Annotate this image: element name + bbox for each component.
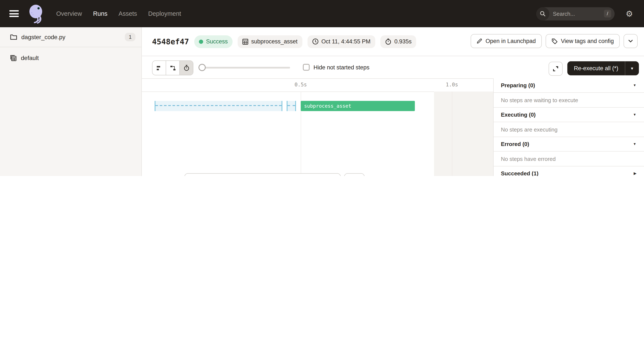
panel-section-errored[interactable]: Errored (0)▼ [494, 137, 644, 152]
job-icon [10, 55, 16, 61]
chevron-down-icon [628, 39, 633, 42]
triangle-down-icon: ▼ [633, 83, 636, 87]
settings-gear-icon[interactable]: ⚙ [626, 9, 633, 18]
step-status-panel: Preparing (0)▼ No steps are waiting to e… [493, 78, 644, 176]
success-dot-icon [199, 39, 203, 44]
panel-section-preparing[interactable]: Preparing (0)▼ [494, 78, 644, 93]
run-header: 4548ef47 Success subprocess_asset Oct 11… [152, 27, 416, 56]
timeline-tick-0: 0.5s [292, 82, 309, 88]
panel-empty-text: No steps have errored [494, 152, 644, 166]
hide-not-started-control: Hide not started steps [303, 64, 370, 71]
gantt-view-mode-group [152, 60, 193, 75]
top-nav: Overview Runs Assets Deployment / ⚙ [0, 0, 644, 27]
run-id: 4548ef47 [152, 37, 189, 46]
open-in-launchpad-button[interactable]: Open in Launchpad [471, 34, 542, 48]
tag-icon [552, 38, 558, 44]
gantt-zoom-slider-handle[interactable] [198, 64, 206, 71]
panel-section-executing[interactable]: Executing (0)▼ [494, 108, 644, 122]
gantt-waiting-segment [154, 101, 282, 111]
code-location-count-badge: 1 [125, 33, 136, 41]
triangle-down-icon: ▼ [633, 113, 636, 117]
panel-empty-text: No steps are executing [494, 122, 644, 137]
nav-item-overview[interactable]: Overview [56, 10, 82, 17]
gantt-step-bar[interactable]: subprocess_asset [301, 101, 415, 111]
stopwatch-icon [385, 38, 392, 45]
sidebar-item-default[interactable]: default [0, 51, 142, 64]
timeline-tick-1: 1.0s [444, 82, 460, 88]
triangle-down-icon: ▼ [633, 142, 636, 146]
timestamp-pill: Oct 11, 4:44:55 PM [307, 35, 375, 48]
sidebar-code-location-header[interactable]: dagster_code.py 1 [0, 27, 142, 47]
status-badge: Success [194, 35, 232, 48]
search-icon [536, 7, 550, 20]
duration-pill: 0.935s [380, 35, 416, 48]
reexecute-caret-icon[interactable]: ▼ [625, 66, 639, 70]
duration-view-button[interactable] [180, 61, 193, 75]
primary-nav: Overview Runs Assets Deployment [56, 10, 181, 17]
waterfall-view-button[interactable] [166, 61, 180, 75]
gantt-fullscreen-button[interactable] [548, 62, 563, 76]
search-shortcut-badge: / [604, 10, 611, 17]
gridline [452, 91, 452, 176]
search-box[interactable]: / [536, 7, 614, 20]
flat-view-button[interactable] [152, 61, 166, 75]
nav-item-runs[interactable]: Runs [93, 10, 108, 17]
asset-tag-pill[interactable]: subprocess_asset [238, 35, 302, 48]
reexecute-all-label: Re-execute all (*) [567, 65, 625, 71]
dagster-run-page: Overview Runs Assets Deployment / ⚙ dags… [0, 0, 644, 176]
dagster-logo-icon[interactable] [27, 3, 46, 24]
pencil-icon [476, 38, 482, 44]
folder-icon [10, 34, 17, 40]
menu-icon[interactable] [9, 10, 19, 17]
run-actions-chevron-button[interactable] [624, 34, 638, 48]
expand-icon [553, 66, 558, 71]
nav-item-deployment[interactable]: Deployment [148, 10, 181, 17]
gantt-zoom-slider-track[interactable] [202, 67, 290, 68]
triangle-right-icon: ▶ [634, 172, 636, 175]
gantt-waiting-segment [287, 101, 296, 111]
search-input[interactable] [550, 10, 604, 17]
collapse-levels-button[interactable] [344, 173, 364, 176]
code-location-label: dagster_code.py [21, 34, 66, 40]
panel-empty-text: No steps are waiting to execute [494, 93, 644, 108]
step-subset-box [184, 173, 341, 176]
sidebar-item-label: default [21, 54, 39, 61]
gantt-after-run-region [434, 91, 493, 176]
grid-icon [242, 38, 248, 44]
nav-item-assets[interactable]: Assets [118, 10, 137, 17]
hide-not-started-label: Hide not started steps [314, 64, 370, 70]
view-tags-config-button[interactable]: View tags and config [546, 34, 620, 48]
clock-icon [312, 38, 318, 45]
panel-section-succeeded[interactable]: Succeeded (1)▶ [494, 166, 644, 176]
divider [142, 56, 644, 56]
hide-not-started-checkbox[interactable] [303, 64, 310, 71]
reexecute-all-button[interactable]: Re-execute all (*) ▼ [567, 61, 639, 75]
sidebar: dagster_code.py 1 default dagster_code.p… [0, 27, 142, 176]
